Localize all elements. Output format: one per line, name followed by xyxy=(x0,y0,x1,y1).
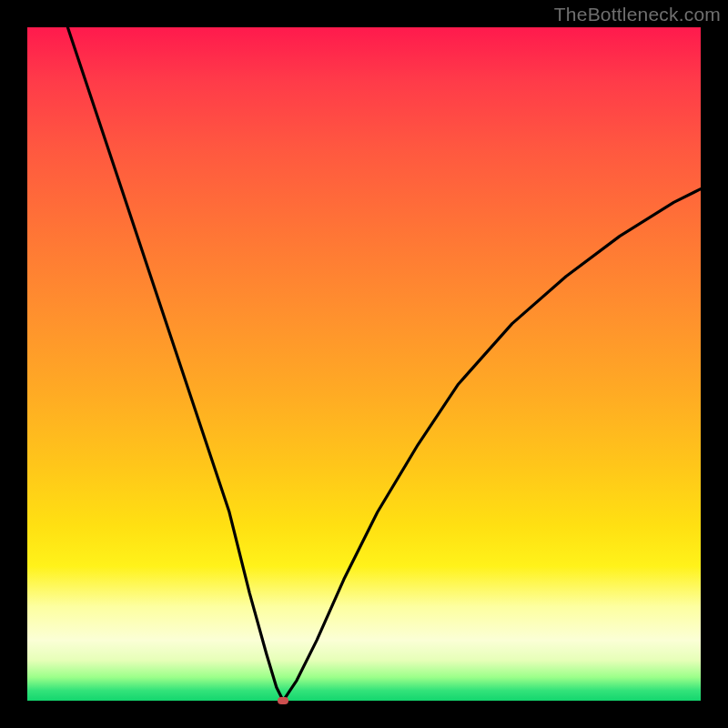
bottleneck-curve xyxy=(27,27,701,701)
chart-frame: TheBottleneck.com xyxy=(0,0,728,728)
minimum-marker xyxy=(278,697,288,704)
watermark-text: TheBottleneck.com xyxy=(554,4,721,25)
plot-area xyxy=(27,27,701,701)
